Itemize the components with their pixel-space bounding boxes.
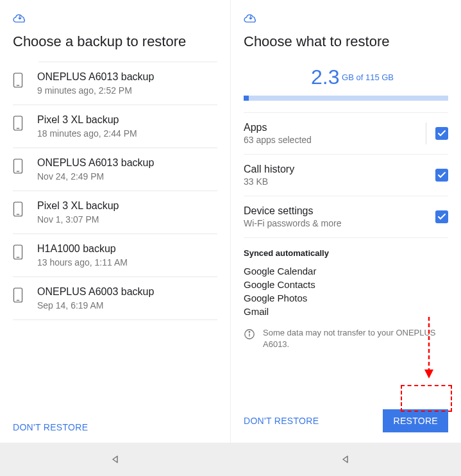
back-icon[interactable] bbox=[341, 455, 350, 464]
backup-item[interactable]: ONEPLUS A6013 backup9 minutes ago, 2:52 … bbox=[13, 62, 217, 105]
dont-restore-button[interactable]: DON'T RESTORE bbox=[244, 416, 319, 426]
backup-list: ONEPLUS A6013 backup9 minutes ago, 2:52 … bbox=[13, 62, 217, 416]
restore-options-pane: Choose what to restore 2.3 GB of 115 GB … bbox=[231, 0, 461, 443]
page-title: Choose what to restore bbox=[244, 33, 448, 50]
svg-marker-16 bbox=[424, 370, 433, 378]
restore-button[interactable]: RESTORE bbox=[383, 409, 448, 432]
phone-icon bbox=[13, 287, 23, 303]
backup-item[interactable]: Pixel 3 XL backupNov 1, 3:07 PM bbox=[13, 191, 217, 234]
synced-item: Google Photos bbox=[244, 291, 448, 305]
dont-restore-button[interactable]: DON'T RESTORE bbox=[13, 422, 88, 432]
cloud-download-icon bbox=[13, 6, 217, 33]
storage-usage: 2.3 GB of 115 GB bbox=[256, 62, 448, 89]
restore-item-device-settings[interactable]: Device settingsWi-Fi passwords & more bbox=[244, 196, 448, 238]
backup-item[interactable]: Pixel 3 XL backup18 minutes ago, 2:44 PM bbox=[13, 105, 217, 148]
backup-item[interactable]: H1A1000 backup13 hours ago, 1:11 AM bbox=[13, 234, 217, 277]
phone-icon bbox=[13, 244, 23, 260]
phone-icon bbox=[13, 72, 23, 88]
android-nav-bar bbox=[0, 443, 461, 476]
restore-item-call-history[interactable]: Call history33 KB bbox=[244, 155, 448, 196]
phone-icon bbox=[13, 115, 23, 131]
checkbox-checked-icon[interactable] bbox=[435, 169, 448, 182]
page-title: Choose a backup to restore bbox=[13, 33, 217, 50]
backup-item[interactable]: ONEPLUS A6003 backupSep 14, 6:19 AM bbox=[13, 277, 217, 320]
storage-progress-bar bbox=[244, 96, 448, 101]
info-icon bbox=[244, 328, 255, 340]
backup-list-pane: Choose a backup to restore ONEPLUS A6013… bbox=[0, 0, 231, 443]
synced-item: Google Calendar bbox=[244, 264, 448, 278]
checkbox-checked-icon[interactable] bbox=[435, 210, 448, 223]
restore-item-apps[interactable]: Apps63 apps selected bbox=[244, 112, 448, 155]
synced-item: Gmail bbox=[244, 305, 448, 318]
svg-point-14 bbox=[249, 332, 249, 332]
backup-item[interactable]: ONEPLUS A6013 backupNov 24, 2:49 PM bbox=[13, 148, 217, 191]
cloud-download-icon bbox=[244, 6, 448, 33]
synced-header: Synced automatically bbox=[244, 248, 448, 258]
info-row: Some data may not transfer to your ONEPL… bbox=[244, 318, 448, 357]
checkbox-checked-icon[interactable] bbox=[435, 127, 448, 140]
synced-item: Google Contacts bbox=[244, 278, 448, 291]
phone-icon bbox=[13, 201, 23, 217]
back-icon[interactable] bbox=[111, 455, 120, 464]
phone-icon bbox=[13, 158, 23, 174]
